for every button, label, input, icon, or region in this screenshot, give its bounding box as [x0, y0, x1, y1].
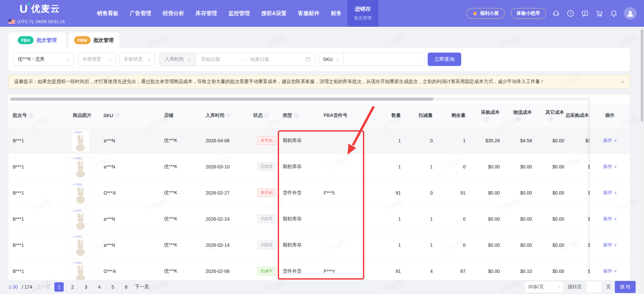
calendar-icon[interactable] [305, 56, 311, 62]
info-icon[interactable]: ? [517, 117, 521, 122]
close-icon[interactable]: × [621, 79, 624, 85]
help-icon[interactable]: ? [566, 9, 575, 18]
cell-status: 扣减中 [253, 258, 280, 280]
notice-text: 温馨提示：如果您是授权一段时间后，才打算使用先进先出，通过批次来管理商品成本，导… [14, 79, 545, 85]
next-page-button[interactable]: 下一页 [135, 284, 149, 290]
fbm-badge: FBM [74, 36, 90, 44]
tab-fbm-batch[interactable]: FBM 批次管理 [69, 32, 119, 48]
info-icon[interactable]: ? [294, 113, 299, 118]
date-range-picker: 入库时间 ∨ → [159, 53, 315, 66]
row-action-button[interactable]: 操作∨ [590, 232, 630, 258]
cell-sku-text: O***A [104, 190, 116, 196]
image-watermark: U 优麦云 [73, 235, 82, 238]
cell-type-text: 期初库存 [283, 242, 302, 248]
nav-item-3[interactable]: 经营分析 [157, 0, 190, 27]
tab-fba-batch[interactable]: FBA 批次管理 [8, 32, 66, 48]
cell-qty-text: 91 [395, 190, 401, 196]
cell-date: 2026-02-24 [203, 206, 253, 232]
nav-item-5[interactable]: 监控管理 [223, 0, 256, 27]
cell-deduct: 1 [401, 206, 433, 232]
nav-item-8[interactable]: 财务 [325, 0, 347, 27]
cell-remain: 87 [433, 258, 466, 280]
cell-other: $0.00 [532, 154, 564, 179]
cell-qty-text: 1 [398, 138, 401, 143]
row-action-button[interactable]: 操作∨ [590, 128, 630, 154]
cell-other: $0.00 [532, 258, 564, 280]
jump-page-input[interactable] [586, 281, 602, 293]
cell-batch: B***1 [8, 232, 62, 258]
page-number-1[interactable]: 1 [54, 282, 64, 292]
date-field-select[interactable]: 入库时间 ∨ [160, 53, 196, 66]
nav-item-9[interactable]: 进销存批次管理 [347, 0, 378, 27]
cell-date-text: 2026-02-24 [206, 216, 230, 222]
nav-item-1[interactable]: 销售看板 [91, 0, 124, 27]
page-number-6[interactable]: 6 [121, 282, 131, 292]
cell-other-text: $0.00 [552, 190, 564, 196]
page-number-5[interactable]: 5 [108, 282, 117, 292]
prev-page-button[interactable]: 上一页 [36, 284, 50, 290]
cell-batch-text: B***1 [13, 242, 24, 248]
nav-item-7[interactable]: 客服邮件 [292, 0, 325, 27]
app-logo[interactable]: U 优麦云 [19, 3, 60, 15]
table-header-row: 批次号?商品图片SKU?店铺入库时间?状态?类型?FBA货件号数量扣减量剩余量采… [8, 103, 601, 128]
page-size-select[interactable]: 30条/页 ∨ [524, 281, 564, 293]
status-select[interactable]: 全部状态 ∨ [119, 53, 155, 66]
account-select[interactable]: 优***K - 北美 ∨ [13, 53, 74, 66]
product-image: U 优麦云 [71, 130, 90, 152]
plush-rabbit-image [74, 212, 87, 230]
row-action-button[interactable]: 操作∨ [590, 206, 630, 232]
type-select[interactable]: 全部类型 ∨ [78, 53, 116, 66]
status-badge: 已扣完 [257, 215, 276, 223]
sku-input[interactable] [343, 57, 424, 62]
vertical-scrollbar-thumb[interactable] [641, 29, 643, 122]
cell-logistics-text: $0.00 [520, 190, 532, 196]
cell-fba-text: F***Y [324, 269, 335, 274]
row-action-button[interactable]: 操作∨ [590, 154, 630, 180]
watermark-text: 17185 [499, 33, 521, 49]
info-icon[interactable]: ? [115, 113, 120, 118]
cell-logistics: $0.00 [500, 206, 532, 232]
miniapp-button[interactable]: 体验小程序 [511, 8, 546, 19]
row-action-button[interactable]: 操作∨ [590, 258, 630, 280]
nav-item-6[interactable]: 授权&设置 [256, 0, 292, 27]
row-action-button[interactable]: 操作∨ [590, 180, 630, 206]
nav-item-4[interactable]: 库存管理 [190, 0, 223, 27]
cell-batch: B***1 [8, 258, 62, 280]
page-number-4[interactable]: 4 [95, 282, 104, 292]
end-date-input[interactable] [245, 57, 289, 62]
info-icon[interactable]: ? [29, 113, 33, 118]
cell-img: U 优麦云 [62, 180, 99, 206]
page-number-2[interactable]: 2 [68, 282, 77, 292]
status-select-placeholder: 全部状态 [124, 56, 143, 62]
query-button[interactable]: 立即查询 [428, 53, 461, 66]
info-icon[interactable]: ? [264, 113, 269, 118]
bell-icon[interactable] [609, 9, 618, 18]
cell-img: U 优麦云 [62, 206, 99, 232]
start-date-input[interactable] [196, 57, 240, 62]
action-label: 操作 [603, 242, 612, 248]
navbar-right: 福利小屋 体验小程序 ? [466, 0, 637, 27]
feedback-icon[interactable] [581, 9, 589, 18]
page-range[interactable]: 1-30 [8, 284, 18, 290]
avatar[interactable] [624, 7, 637, 20]
info-icon[interactable]: ? [549, 117, 553, 122]
sku-field-select[interactable]: SKU ∨ [319, 53, 343, 66]
cell-deduct-text: 0 [430, 190, 433, 196]
cart-icon[interactable] [595, 9, 604, 18]
cell-shop-text: 优***K [164, 242, 177, 248]
headset-icon[interactable] [552, 9, 560, 18]
product-image: U 优麦云 [71, 234, 90, 256]
page-number-3[interactable]: 3 [81, 282, 91, 292]
horizontal-scrollbar-thumb[interactable] [10, 97, 433, 101]
cell-type: 期初库存 [280, 232, 320, 258]
cell-other: $0.00 [532, 128, 564, 153]
info-icon[interactable]: ? [484, 117, 489, 122]
cell-shop-text: 优***K [164, 268, 177, 274]
info-icon[interactable]: ? [226, 113, 231, 118]
col-header-label: 采购成本 [481, 109, 500, 116]
jump-button[interactable]: 跳 转 [615, 281, 636, 293]
col-header-label: 扣减量 [419, 113, 433, 119]
cell-type-text: 期初库存 [283, 138, 302, 144]
welfare-button[interactable]: 福利小屋 [466, 8, 505, 19]
nav-item-2[interactable]: 广告管理 [124, 0, 157, 27]
